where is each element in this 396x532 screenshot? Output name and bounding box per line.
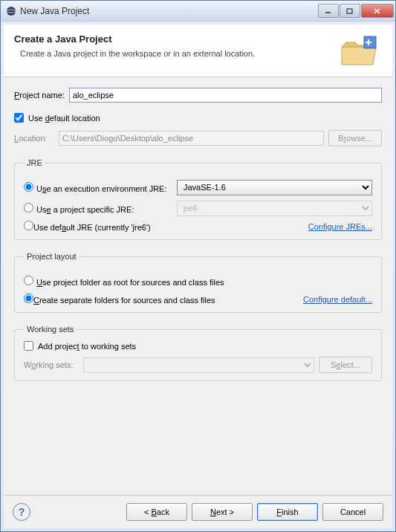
layout-separate-radio[interactable] [24,293,33,303]
project-jre-radio[interactable] [24,203,33,213]
minimize-button[interactable] [318,4,339,18]
wizard-footer: ? < Back Next > Finish Cancel [4,495,392,528]
wizard-content: Project name: Use default location Locat… [4,77,392,495]
exec-env-radio-label[interactable]: Use an execution environment JRE: [24,182,172,193]
default-jre-radio[interactable] [24,221,33,230]
project-name-label: Project name: [14,91,65,100]
location-input [59,131,324,146]
location-label: Location: [14,134,54,143]
use-default-location-checkbox[interactable] [14,113,24,123]
page-description: Create a Java project in the workspace o… [14,49,337,58]
titlebar[interactable]: New Java Project [1,1,395,22]
finish-button[interactable]: Finish [257,503,318,521]
svg-point-0 [7,7,16,16]
exec-env-radio[interactable] [24,182,33,192]
add-to-working-sets-label: Add project to working sets [38,342,136,351]
next-button[interactable]: Next > [192,503,253,521]
wizard-window: New Java Project Create a Java Project C… [0,0,396,532]
configure-default-link[interactable]: Configure default... [303,295,372,304]
help-button[interactable]: ? [13,503,30,521]
project-jre-combo: jre6 [177,201,372,216]
project-layout-group: Project layout Use project folder as roo… [14,252,382,313]
page-title: Create a Java Project [14,33,337,45]
window-title: New Java Project [20,6,318,16]
select-working-sets-button: Select... [319,357,372,373]
svg-rect-3 [347,9,352,13]
working-sets-legend: Working sets [24,325,77,334]
configure-jres-link[interactable]: Configure JREs... [308,222,372,231]
working-sets-label: Working sets: [24,360,79,369]
layout-separate-radio-label[interactable]: Create separate folders for sources and … [24,293,215,305]
default-jre-radio-label[interactable]: Use default JRE (currently 'jre6') [24,221,151,232]
layout-root-radio[interactable] [24,276,33,285]
working-sets-combo [83,357,314,373]
folder-java-icon [337,33,382,71]
project-layout-legend: Project layout [24,252,79,261]
project-name-input[interactable] [69,88,382,103]
jre-legend: JRE [24,158,45,167]
cancel-button[interactable]: Cancel [322,503,383,521]
jre-group: JRE Use an execution environment JRE: Ja… [14,158,382,240]
working-sets-group: Working sets Add project to working sets… [14,325,382,381]
back-button[interactable]: < Back [126,503,187,521]
project-jre-radio-label[interactable]: Use a project specific JRE: [24,203,172,214]
add-to-working-sets-checkbox[interactable] [24,341,33,351]
window-controls [318,4,394,18]
layout-root-radio-label[interactable]: Use project folder as root for sources a… [24,276,372,287]
exec-env-combo[interactable]: JavaSE-1.6 [177,180,372,195]
use-default-location-label: Use default location [28,114,100,123]
close-button[interactable] [361,4,394,18]
browse-button: Browse... [328,130,382,146]
wizard-header: Create a Java Project Create a Java proj… [4,25,392,77]
eclipse-icon [5,5,17,17]
maximize-button[interactable] [340,4,360,18]
